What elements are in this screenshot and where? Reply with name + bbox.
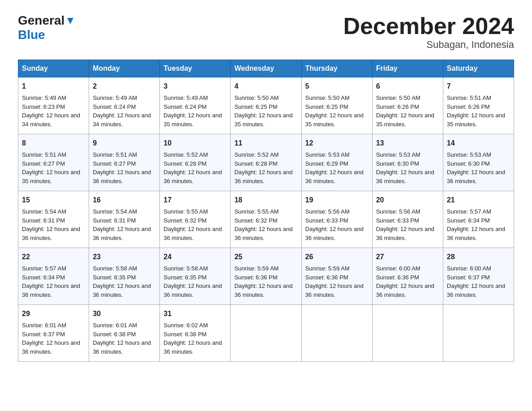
sunset-text: Sunset: 6:34 PM [447, 216, 510, 225]
sunset-text: Sunset: 6:32 PM [163, 216, 227, 225]
table-row: 15Sunrise: 5:54 AMSunset: 6:31 PMDayligh… [18, 191, 89, 248]
table-row [443, 305, 514, 362]
day-number: 6 [376, 81, 439, 92]
day-number: 3 [163, 81, 227, 92]
daylight-text: Daylight: 12 hours and 35 minutes. [234, 111, 297, 128]
daylight-text: Daylight: 12 hours and 35 minutes. [447, 111, 510, 128]
sunrise-text: Sunrise: 6:00 AM [447, 264, 510, 273]
day-number: 9 [93, 138, 156, 149]
daylight-text: Daylight: 12 hours and 36 minutes. [305, 168, 369, 185]
table-row: 28Sunrise: 6:00 AMSunset: 6:37 PMDayligh… [443, 248, 514, 305]
calendar-table: Sunday Monday Tuesday Wednesday Thursday… [18, 60, 514, 362]
daylight-text: Daylight: 12 hours and 36 minutes. [93, 225, 156, 242]
sunset-text: Sunset: 6:25 PM [234, 103, 297, 111]
calendar-week-row: 8Sunrise: 5:51 AMSunset: 6:27 PMDaylight… [18, 134, 514, 191]
header-friday: Friday [372, 60, 443, 77]
sunset-text: Sunset: 6:37 PM [22, 330, 85, 339]
daylight-text: Daylight: 12 hours and 36 minutes. [234, 282, 297, 299]
table-row: 8Sunrise: 5:51 AMSunset: 6:27 PMDaylight… [18, 134, 89, 191]
sunrise-text: Sunrise: 5:52 AM [163, 150, 227, 159]
table-row: 23Sunrise: 5:58 AMSunset: 6:35 PMDayligh… [89, 248, 160, 305]
sunrise-text: Sunrise: 5:58 AM [93, 264, 156, 273]
sunrise-text: Sunrise: 5:56 AM [305, 207, 369, 216]
day-number: 21 [447, 195, 510, 206]
sunset-text: Sunset: 6:31 PM [93, 216, 156, 225]
day-number: 30 [93, 308, 156, 319]
sunrise-text: Sunrise: 5:50 AM [305, 94, 369, 103]
table-row: 25Sunrise: 5:59 AMSunset: 6:36 PMDayligh… [231, 248, 301, 305]
sunrise-text: Sunrise: 5:54 AM [93, 207, 156, 216]
sunrise-text: Sunrise: 5:53 AM [376, 150, 439, 159]
day-number: 1 [22, 81, 85, 92]
day-number: 20 [376, 195, 439, 206]
logo-general-text: General [18, 13, 64, 28]
table-row: 14Sunrise: 5:53 AMSunset: 6:30 PMDayligh… [443, 134, 514, 191]
day-number: 13 [376, 138, 439, 149]
day-number: 28 [447, 252, 510, 262]
day-number: 5 [305, 81, 369, 92]
day-number: 11 [234, 138, 297, 149]
sunset-text: Sunset: 6:35 PM [163, 273, 227, 282]
daylight-text: Daylight: 12 hours and 36 minutes. [163, 168, 227, 185]
sunset-text: Sunset: 6:28 PM [234, 159, 297, 168]
calendar-title-block: December 2024 Subagan, Indonesia [343, 13, 514, 51]
day-number: 2 [93, 81, 156, 92]
sunset-text: Sunset: 6:26 PM [376, 103, 439, 111]
daylight-text: Daylight: 12 hours and 36 minutes. [376, 225, 439, 242]
sunrise-text: Sunrise: 5:50 AM [376, 94, 439, 103]
table-row: 30Sunrise: 6:01 AMSunset: 6:38 PMDayligh… [89, 305, 160, 362]
table-row: 3Sunrise: 5:49 AMSunset: 6:24 PMDaylight… [160, 77, 231, 134]
sunset-text: Sunset: 6:33 PM [305, 216, 369, 225]
sunset-text: Sunset: 6:27 PM [93, 159, 156, 168]
day-number: 10 [163, 138, 227, 149]
day-number: 16 [93, 195, 156, 206]
sunset-text: Sunset: 6:31 PM [22, 216, 85, 225]
table-row: 1Sunrise: 5:49 AMSunset: 6:23 PMDaylight… [18, 77, 89, 134]
header-thursday: Thursday [301, 60, 372, 77]
sunrise-text: Sunrise: 5:57 AM [22, 264, 85, 273]
sunset-text: Sunset: 6:26 PM [447, 103, 510, 111]
sunrise-text: Sunrise: 5:50 AM [234, 94, 297, 103]
header-saturday: Saturday [443, 60, 514, 77]
calendar-month-year: December 2024 [343, 13, 514, 39]
sunset-text: Sunset: 6:38 PM [163, 330, 227, 339]
day-number: 12 [305, 138, 369, 149]
logo-blue-text: Blue [18, 28, 45, 42]
table-row: 13Sunrise: 5:53 AMSunset: 6:30 PMDayligh… [372, 134, 443, 191]
sunrise-text: Sunrise: 6:00 AM [376, 264, 439, 273]
table-row: 6Sunrise: 5:50 AMSunset: 6:26 PMDaylight… [372, 77, 443, 134]
daylight-text: Daylight: 12 hours and 34 minutes. [93, 111, 156, 128]
sunset-text: Sunset: 6:25 PM [305, 103, 369, 111]
calendar-week-row: 1Sunrise: 5:49 AMSunset: 6:23 PMDaylight… [18, 77, 514, 134]
table-row: 19Sunrise: 5:56 AMSunset: 6:33 PMDayligh… [301, 191, 372, 248]
calendar-week-row: 22Sunrise: 5:57 AMSunset: 6:34 PMDayligh… [18, 248, 514, 305]
sunrise-text: Sunrise: 5:51 AM [447, 94, 510, 103]
sunrise-text: Sunrise: 5:51 AM [93, 150, 156, 159]
sunrise-text: Sunrise: 5:55 AM [163, 207, 227, 216]
daylight-text: Daylight: 12 hours and 36 minutes. [93, 282, 156, 299]
table-row: 21Sunrise: 5:57 AMSunset: 6:34 PMDayligh… [443, 191, 514, 248]
daylight-text: Daylight: 12 hours and 36 minutes. [234, 168, 297, 185]
daylight-text: Daylight: 12 hours and 36 minutes. [93, 168, 156, 185]
table-row: 20Sunrise: 5:56 AMSunset: 6:33 PMDayligh… [372, 191, 443, 248]
table-row: 2Sunrise: 5:49 AMSunset: 6:24 PMDaylight… [89, 77, 160, 134]
table-row: 27Sunrise: 6:00 AMSunset: 6:36 PMDayligh… [372, 248, 443, 305]
day-number: 8 [22, 138, 85, 149]
sunrise-text: Sunrise: 6:01 AM [22, 321, 85, 330]
table-row [231, 305, 301, 362]
day-number: 29 [22, 308, 85, 319]
daylight-text: Daylight: 12 hours and 36 minutes. [22, 225, 85, 242]
day-number: 23 [93, 252, 156, 262]
daylight-text: Daylight: 12 hours and 36 minutes. [376, 168, 439, 185]
daylight-text: Daylight: 12 hours and 36 minutes. [305, 282, 369, 299]
table-row: 5Sunrise: 5:50 AMSunset: 6:25 PMDaylight… [301, 77, 372, 134]
daylight-text: Daylight: 12 hours and 36 minutes. [163, 225, 227, 242]
sunrise-text: Sunrise: 6:02 AM [163, 321, 227, 330]
sunrise-text: Sunrise: 5:53 AM [447, 150, 510, 159]
daylight-text: Daylight: 12 hours and 36 minutes. [93, 338, 156, 356]
sunset-text: Sunset: 6:37 PM [447, 273, 510, 282]
logo-triangle-icon [65, 16, 75, 26]
table-row [372, 305, 443, 362]
sunset-text: Sunset: 6:36 PM [376, 273, 439, 282]
daylight-text: Daylight: 12 hours and 36 minutes. [447, 225, 510, 242]
